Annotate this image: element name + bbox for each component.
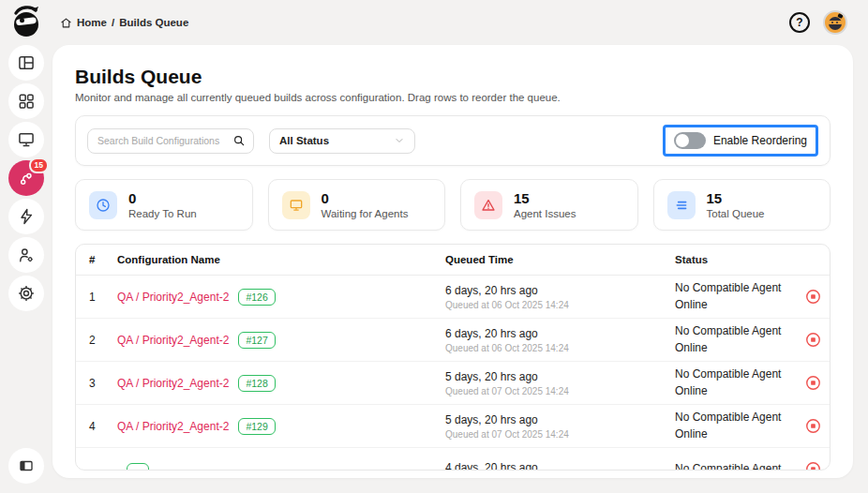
stat-label: Waiting for Agents [322, 208, 409, 219]
stat-label: Total Queue [707, 208, 765, 219]
status-filter-dropdown[interactable]: All Status [269, 128, 415, 154]
warning-icon [474, 191, 502, 219]
col-header-configuration-name: Configuration Name [117, 254, 445, 265]
row-status: No Compatible Agent Online [675, 280, 798, 313]
stat-agent-issues: 15 Agent Issues [460, 179, 638, 231]
main-content: Builds Queue Monitor and manage all curr… [52, 45, 853, 478]
stop-build-button[interactable] [798, 332, 828, 348]
stats-row: 0 Ready To Run 0 Waiting for Agents 15 [75, 179, 831, 231]
stat-value: 15 [514, 190, 576, 206]
col-header-queued-time: Queued Time [445, 254, 675, 265]
stop-build-button[interactable] [798, 461, 828, 471]
queued-time-absolute: Queued at 06 Oct 2025 14:24 [445, 300, 675, 310]
row-status: No Compatible Agent Online [675, 366, 798, 399]
sidebar-item-blocks[interactable] [8, 83, 44, 119]
monitor-icon [17, 130, 36, 149]
stop-icon [805, 332, 821, 348]
queue-count-badge: 15 [29, 157, 49, 173]
row-status: No Compatible Agent [675, 461, 798, 471]
table-row[interactable]: 4 QA / Priority2_Agent-2 #129 5 days, 20… [76, 405, 830, 448]
build-number-badge[interactable] [127, 463, 149, 471]
collapse-panel-icon [18, 457, 35, 474]
col-header-status: Status [675, 252, 798, 268]
clock-icon [89, 191, 117, 219]
build-number-badge[interactable]: #127 [238, 332, 275, 349]
topbar: Home / Builds Queue ? [0, 0, 868, 45]
row-status: No Compatible Agent Online [675, 323, 798, 356]
stat-label: Ready To Run [128, 208, 197, 219]
enable-reordering-label: Enable Reordering [713, 134, 807, 147]
stat-total-queue: 15 Total Queue [653, 179, 831, 231]
search-wrap [87, 128, 254, 154]
builds-queue-table: # Configuration Name Queued Time Status … [75, 244, 831, 471]
stat-waiting-for-agents: 0 Waiting for Agents [268, 179, 446, 231]
queued-time-relative: 4 days, 20 hrs ago [445, 461, 675, 471]
blocks-icon [17, 92, 36, 111]
chevron-down-icon [394, 135, 405, 146]
page-title: Builds Queue [75, 66, 831, 88]
stat-value: 0 [322, 190, 409, 206]
panels-icon [17, 53, 36, 72]
row-number: 3 [76, 377, 117, 390]
sidebar: 15 [0, 45, 52, 493]
breadcrumb: Home / Builds Queue [60, 17, 188, 29]
breadcrumb-separator: / [112, 17, 114, 28]
row-number: 2 [76, 334, 117, 347]
row-number: 4 [76, 420, 117, 433]
monitor-icon [282, 191, 310, 219]
sidebar-item-triggers[interactable] [8, 199, 44, 234]
user-gear-icon [17, 246, 36, 264]
table-row[interactable]: 4 days, 20 hrs ago No Compatible Agent [76, 448, 830, 471]
sidebar-item-panels[interactable] [8, 45, 44, 81]
table-header: # Configuration Name Queued Time Status [76, 245, 830, 276]
sidebar-item-builds-queue[interactable]: 15 [8, 160, 44, 196]
table-row[interactable]: 1 QA / Priority2_Agent-2 #126 6 days, 20… [76, 276, 830, 319]
gear-icon [17, 284, 36, 303]
queued-time-relative: 5 days, 20 hrs ago [445, 370, 675, 383]
user-avatar[interactable] [823, 10, 847, 35]
stat-label: Agent Issues [514, 208, 576, 219]
queued-time-absolute: Queued at 07 Oct 2025 14:24 [445, 386, 675, 396]
filter-bar: All Status Enable Reordering [75, 115, 831, 166]
stop-icon [805, 375, 821, 391]
col-header-number: # [76, 254, 117, 265]
sidebar-item-user-management[interactable] [8, 237, 44, 273]
build-number-badge[interactable]: #126 [238, 289, 275, 306]
row-number: 1 [76, 291, 117, 304]
queue-list-icon [667, 191, 696, 219]
build-number-badge[interactable]: #129 [238, 418, 275, 435]
home-icon [60, 17, 72, 29]
build-number-badge[interactable]: #128 [238, 375, 275, 392]
breadcrumb-home[interactable]: Home [77, 17, 107, 28]
search-icon[interactable] [232, 134, 246, 147]
status-filter-value: All Status [279, 135, 329, 146]
configuration-link[interactable]: QA / Priority2_Agent-2 [117, 334, 229, 347]
stop-build-button[interactable] [798, 418, 828, 434]
table-row[interactable]: 2 QA / Priority2_Agent-2 #127 6 days, 20… [76, 319, 830, 362]
help-icon[interactable]: ? [789, 12, 810, 33]
configuration-link[interactable]: QA / Priority2_Agent-2 [117, 291, 229, 304]
queued-time-absolute: Queued at 06 Oct 2025 14:24 [445, 343, 675, 353]
enable-reordering-focus-ring: Enable Reordering [663, 125, 818, 157]
stop-build-button[interactable] [798, 289, 828, 305]
sidebar-item-agents[interactable] [8, 122, 44, 157]
queued-time-relative: 6 days, 20 hrs ago [445, 327, 675, 340]
app-logo-ninja-icon[interactable] [10, 4, 44, 41]
bolt-icon [17, 207, 36, 226]
queued-time-relative: 5 days, 20 hrs ago [445, 413, 675, 426]
stop-build-button[interactable] [798, 375, 828, 391]
search-input[interactable] [87, 128, 254, 154]
stop-icon [805, 461, 821, 471]
configuration-link[interactable]: QA / Priority2_Agent-2 [117, 420, 229, 433]
row-status: No Compatible Agent Online [675, 410, 798, 442]
sidebar-item-settings[interactable] [8, 276, 44, 311]
stop-icon [805, 289, 821, 305]
configuration-link[interactable]: QA / Priority2_Agent-2 [117, 377, 229, 390]
sidebar-collapse-toggle[interactable] [8, 448, 44, 484]
stat-value: 15 [707, 190, 765, 206]
breadcrumb-current: Builds Queue [119, 17, 188, 28]
stat-ready-to-run: 0 Ready To Run [75, 179, 253, 231]
enable-reordering-toggle[interactable] [674, 132, 706, 149]
queued-time-absolute: Queued at 07 Oct 2025 14:24 [445, 429, 675, 440]
table-row[interactable]: 3 QA / Priority2_Agent-2 #128 5 days, 20… [76, 362, 830, 405]
